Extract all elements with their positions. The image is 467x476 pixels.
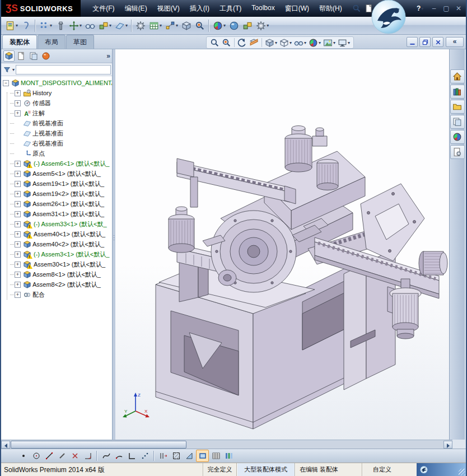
close-document-button[interactable] — [432, 37, 443, 47]
tree-expand-toggle[interactable]: + — [15, 181, 21, 187]
sketch-line-icon[interactable] — [43, 450, 55, 461]
taskpane-collapse-button[interactable]: « — [446, 37, 464, 47]
resize-grip[interactable] — [459, 469, 465, 475]
options-icon[interactable]: ▾ — [255, 20, 270, 32]
tree-item[interactable]: 右视基准面 — [1, 138, 112, 148]
show-hidden-components-icon[interactable] — [84, 20, 96, 32]
graphics-area[interactable]: Z X Y — [115, 49, 452, 440]
sketch-offset-icon[interactable] — [157, 450, 169, 461]
tree-item[interactable]: +Assem40<2> (默认<默认_ — [1, 239, 112, 249]
tree-expand-toggle[interactable]: + — [15, 110, 21, 116]
menu-item-3[interactable]: 插入(I) — [185, 1, 214, 17]
scroll-left-button[interactable] — [1, 441, 10, 449]
sketch-hatch-icon[interactable] — [170, 450, 182, 461]
tree-item[interactable]: −MONT_DISPOSITIVO_ALIMENTAI — [1, 78, 112, 88]
tree-item[interactable]: +Assem8<1> (默认<默认_ — [1, 269, 112, 279]
edit-appearance-icon[interactable]: ▾ — [307, 38, 322, 48]
restore-document-button[interactable] — [419, 37, 431, 47]
edit-appearance-icon[interactable]: ▾ — [212, 20, 227, 32]
tree-item[interactable]: +Assem26<1> (默认<默认_ — [1, 199, 112, 209]
sketch-point-pattern-icon[interactable] — [139, 450, 151, 461]
scrollbar-thumb[interactable] — [11, 441, 186, 449]
reference-geometry-icon[interactable]: ▾ — [114, 20, 129, 32]
sketch-spline-icon[interactable] — [100, 450, 112, 461]
maximize-window-button[interactable]: ▢ — [442, 4, 450, 12]
custom-properties-icon[interactable] — [450, 145, 465, 159]
featuremanager-tree-tab-icon[interactable] — [3, 50, 15, 62]
tree-item[interactable]: +Assem31<1> (默认<默认_ — [1, 209, 112, 219]
propertymanager-tab-icon[interactable] — [16, 50, 27, 62]
tree-item[interactable]: +Assem40<1> (默认<默认_ — [1, 229, 112, 239]
filter-funnel-icon[interactable] — [2, 66, 12, 73]
tree-item[interactable]: +Assem19<2> (默认<默认_ — [1, 189, 112, 199]
exploded-view-icon[interactable]: ▾ — [164, 20, 179, 32]
tree-expand-toggle[interactable]: + — [15, 241, 21, 248]
section-view-icon[interactable] — [248, 38, 260, 48]
tree-filter-input[interactable] — [16, 65, 111, 74]
tree-item[interactable]: 上视基准面 — [1, 128, 112, 138]
tree-expand-toggle[interactable]: + — [15, 231, 21, 237]
sketch-trim-icon[interactable] — [69, 450, 81, 461]
tree-expand-toggle[interactable]: + — [15, 161, 21, 167]
design-library-icon[interactable] — [450, 85, 465, 99]
move-component-icon[interactable]: ▾ — [68, 20, 83, 32]
linear-component-pattern-icon[interactable]: ▾ — [38, 20, 53, 32]
simulation-advisor-icon[interactable] — [228, 20, 240, 32]
tab-布局[interactable]: 布局 — [38, 35, 66, 49]
menu-item-5[interactable]: Toolbox — [246, 1, 279, 17]
tree-item[interactable]: +(-) Assem6<1> (默认<默认_ — [1, 158, 112, 169]
tree-expand-toggle[interactable]: + — [15, 201, 21, 207]
sketch-columns-icon[interactable] — [223, 450, 235, 461]
sketch-chamfer-icon[interactable] — [183, 450, 195, 461]
previous-view-icon[interactable] — [236, 38, 248, 48]
display-style-icon[interactable]: ▾ — [278, 38, 293, 48]
minimize-document-button[interactable] — [407, 37, 418, 47]
instant3d-icon[interactable] — [180, 20, 193, 32]
smart-fasteners-icon[interactable] — [54, 20, 67, 32]
tree-item[interactable]: +(-) Assem3<1> (默认<默认_ — [1, 249, 112, 259]
hide-show-items-icon[interactable]: ▾ — [293, 38, 307, 48]
tree-expand-toggle[interactable]: − — [3, 80, 9, 86]
tree-expand-toggle[interactable]: + — [15, 90, 21, 96]
menu-item-6[interactable]: 窗口(W) — [280, 1, 314, 17]
sketch-dimension-icon[interactable] — [82, 450, 94, 461]
help-button[interactable]: ? ▾ — [417, 0, 423, 17]
tree-expand-toggle[interactable]: + — [15, 221, 21, 227]
sketch-corner-rectangle-icon[interactable] — [126, 450, 138, 461]
sketch-circle-icon[interactable] — [30, 450, 42, 461]
dimxpertmanager-tab-icon[interactable] — [40, 50, 52, 62]
tree-expand-toggle[interactable]: + — [15, 100, 21, 106]
zoom-to-area-icon[interactable] — [221, 38, 232, 48]
tree-item[interactable]: 原点 — [1, 148, 112, 158]
horizontal-scrollbar[interactable] — [1, 440, 452, 449]
menu-item-0[interactable]: 文件(F) — [87, 1, 119, 17]
appearances-scenes-icon[interactable] — [450, 130, 465, 144]
tree-item[interactable]: +传感器 — [1, 98, 112, 108]
close-window-button[interactable]: ✕ — [455, 4, 463, 12]
minimize-window-button[interactable]: – — [430, 4, 438, 12]
file-explorer-icon[interactable] — [450, 100, 465, 114]
scroll-right-button[interactable] — [443, 441, 452, 449]
sketch-arc-icon[interactable] — [113, 450, 125, 461]
sketch-plane-icon[interactable] — [196, 450, 209, 462]
apply-scene-icon[interactable]: ▾ — [322, 38, 337, 48]
tree-expand-toggle[interactable]: + — [15, 211, 21, 217]
tree-item[interactable]: +A注解 — [1, 108, 112, 118]
tree-item[interactable]: +Assem5<1> (默认<默认_ — [1, 169, 112, 179]
tree-item[interactable]: +(-) Assem33<1> (默认<默_ — [1, 219, 112, 229]
tree-item[interactable]: +History — [1, 88, 112, 98]
tree-item[interactable]: +Assem30<1> (默认<默认_ — [1, 259, 112, 269]
sketch-point-icon[interactable] — [17, 450, 29, 461]
design-table-icon[interactable] — [210, 450, 222, 461]
tree-expand-toggle[interactable]: + — [15, 272, 21, 278]
tab-装配体[interactable]: 装配体 — [2, 35, 37, 49]
new-motion-study-icon[interactable] — [134, 20, 147, 32]
interference-detection-icon[interactable] — [194, 20, 206, 32]
view-settings-icon[interactable]: ▾ — [337, 38, 351, 48]
bill-of-materials-icon[interactable]: ▾ — [148, 20, 163, 32]
solidworks-resources-icon[interactable] — [450, 69, 465, 83]
tree-expand-toggle[interactable]: + — [15, 262, 21, 268]
tree-item[interactable]: +Assem19<1> (默认<默认_ — [1, 179, 112, 189]
menu-item-4[interactable]: 工具(T) — [214, 1, 246, 17]
tree-expand-toggle[interactable]: + — [15, 171, 21, 177]
